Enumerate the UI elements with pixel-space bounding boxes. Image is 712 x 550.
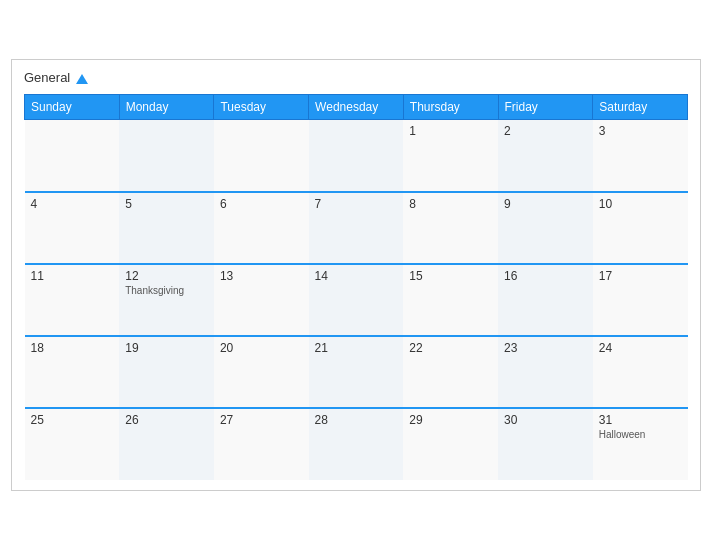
week-row-1: 123 <box>25 120 688 192</box>
weekday-header-row: SundayMondayTuesdayWednesdayThursdayFrid… <box>25 95 688 120</box>
calendar-cell: 17 <box>593 264 688 336</box>
calendar-cell: 13 <box>214 264 309 336</box>
weekday-header-friday: Friday <box>498 95 593 120</box>
calendar-cell: 29 <box>403 408 498 480</box>
weekday-header-saturday: Saturday <box>593 95 688 120</box>
day-number: 20 <box>220 341 303 355</box>
week-row-3: 1112Thanksgiving1314151617 <box>25 264 688 336</box>
day-number: 14 <box>315 269 398 283</box>
day-number: 2 <box>504 124 587 138</box>
day-number: 1 <box>409 124 492 138</box>
day-number: 11 <box>31 269 114 283</box>
calendar-cell: 5 <box>119 192 214 264</box>
calendar-cell: 25 <box>25 408 120 480</box>
calendar-table: SundayMondayTuesdayWednesdayThursdayFrid… <box>24 94 688 480</box>
calendar-cell <box>309 120 404 192</box>
day-number: 10 <box>599 197 682 211</box>
calendar-container: General SundayMondayTuesdayWednesdayThur… <box>11 59 701 490</box>
day-number: 4 <box>31 197 114 211</box>
calendar-cell: 26 <box>119 408 214 480</box>
calendar-cell <box>214 120 309 192</box>
day-number: 6 <box>220 197 303 211</box>
weekday-header-tuesday: Tuesday <box>214 95 309 120</box>
day-number: 27 <box>220 413 303 427</box>
calendar-cell: 22 <box>403 336 498 408</box>
calendar-cell: 15 <box>403 264 498 336</box>
day-number: 23 <box>504 341 587 355</box>
calendar-cell: 21 <box>309 336 404 408</box>
calendar-cell <box>119 120 214 192</box>
calendar-cell: 9 <box>498 192 593 264</box>
day-number: 9 <box>504 197 587 211</box>
logo-triangle-icon <box>76 74 88 84</box>
day-number: 18 <box>31 341 114 355</box>
calendar-cell: 1 <box>403 120 498 192</box>
calendar-cell: 8 <box>403 192 498 264</box>
weekday-header-wednesday: Wednesday <box>309 95 404 120</box>
calendar-cell: 19 <box>119 336 214 408</box>
day-number: 31 <box>599 413 682 427</box>
day-number: 30 <box>504 413 587 427</box>
calendar-cell: 18 <box>25 336 120 408</box>
week-row-2: 45678910 <box>25 192 688 264</box>
logo-general-text: General <box>24 70 88 86</box>
day-number: 8 <box>409 197 492 211</box>
day-number: 17 <box>599 269 682 283</box>
day-number: 13 <box>220 269 303 283</box>
calendar-cell: 23 <box>498 336 593 408</box>
calendar-cell: 24 <box>593 336 688 408</box>
weekday-header-monday: Monday <box>119 95 214 120</box>
day-number: 5 <box>125 197 208 211</box>
calendar-cell: 6 <box>214 192 309 264</box>
day-number: 25 <box>31 413 114 427</box>
day-number: 15 <box>409 269 492 283</box>
calendar-cell: 2 <box>498 120 593 192</box>
day-number: 21 <box>315 341 398 355</box>
day-number: 7 <box>315 197 398 211</box>
day-number: 26 <box>125 413 208 427</box>
calendar-cell: 31Halloween <box>593 408 688 480</box>
calendar-cell: 11 <box>25 264 120 336</box>
calendar-cell: 14 <box>309 264 404 336</box>
calendar-cell: 28 <box>309 408 404 480</box>
day-number: 29 <box>409 413 492 427</box>
week-row-5: 25262728293031Halloween <box>25 408 688 480</box>
calendar-cell: 7 <box>309 192 404 264</box>
day-number: 16 <box>504 269 587 283</box>
calendar-cell: 12Thanksgiving <box>119 264 214 336</box>
day-number: 19 <box>125 341 208 355</box>
logo: General <box>24 70 88 86</box>
weekday-header-thursday: Thursday <box>403 95 498 120</box>
calendar-cell: 20 <box>214 336 309 408</box>
calendar-cell: 16 <box>498 264 593 336</box>
calendar-cell <box>25 120 120 192</box>
calendar-cell: 30 <box>498 408 593 480</box>
day-number: 28 <box>315 413 398 427</box>
day-number: 22 <box>409 341 492 355</box>
weekday-header-sunday: Sunday <box>25 95 120 120</box>
week-row-4: 18192021222324 <box>25 336 688 408</box>
calendar-header: General <box>24 70 688 86</box>
calendar-cell: 10 <box>593 192 688 264</box>
event-label: Thanksgiving <box>125 285 208 296</box>
calendar-cell: 4 <box>25 192 120 264</box>
event-label: Halloween <box>599 429 682 440</box>
calendar-cell: 3 <box>593 120 688 192</box>
day-number: 3 <box>599 124 682 138</box>
day-number: 12 <box>125 269 208 283</box>
day-number: 24 <box>599 341 682 355</box>
calendar-cell: 27 <box>214 408 309 480</box>
